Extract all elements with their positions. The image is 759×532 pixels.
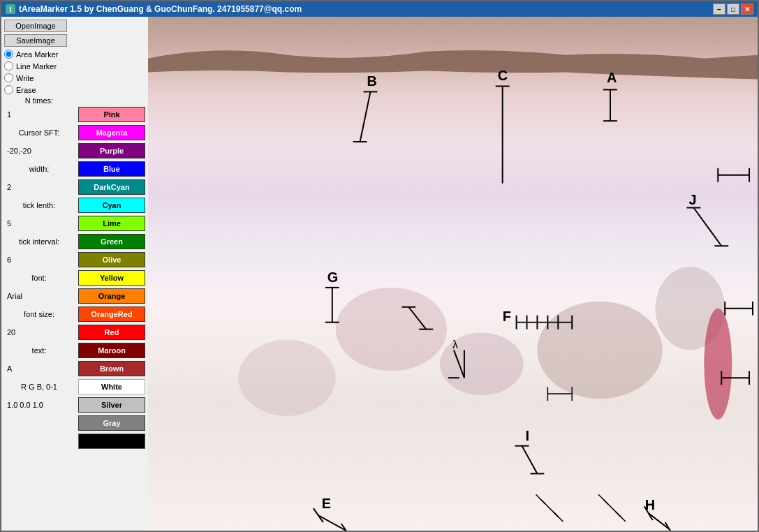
write-radio[interactable]: [4, 73, 13, 82]
lime-color-button[interactable]: Lime: [78, 216, 145, 231]
svg-line-39: [649, 513, 670, 529]
cursor-sft-value: -20,-20: [4, 147, 74, 155]
svg-rect-0: [148, 17, 758, 531]
svg-text:λ: λ: [452, 339, 458, 350]
svg-line-12: [360, 91, 371, 142]
svg-line-75: [616, 512, 626, 522]
orange-color-button[interactable]: Orange: [78, 288, 145, 304]
font-size-value: 20: [4, 328, 74, 337]
red-color-button[interactable]: Red: [78, 325, 145, 340]
maroon-color-button[interactable]: Maroon: [78, 343, 145, 358]
brown-color-button[interactable]: Brown: [78, 361, 145, 376]
cyan-color-button[interactable]: Cyan: [78, 198, 145, 213]
area-marker-label: Area Marker: [16, 50, 59, 59]
main-window: t tAreaMarker 1.5 by ChenGuang & GuoChun…: [0, 0, 759, 532]
titlebar-title-group: t tAreaMarker 1.5 by ChenGuang & GuoChun…: [6, 4, 302, 14]
svg-line-43: [522, 446, 538, 474]
close-button[interactable]: ✕: [741, 3, 753, 15]
marker-canvas: A B C D: [148, 17, 758, 531]
yellow-color-button[interactable]: Yellow: [78, 270, 145, 286]
svg-text:C: C: [498, 68, 508, 84]
save-image-row: SaveImage: [4, 34, 145, 47]
green-color-button[interactable]: Green: [78, 234, 145, 249]
maximize-button[interactable]: □: [727, 3, 739, 15]
window-title: tAreaMarker 1.5 by ChenGuang & GuoChunFa…: [19, 4, 302, 14]
save-image-button[interactable]: SaveImage: [4, 34, 67, 47]
svg-text:F: F: [503, 309, 511, 324]
titlebar-controls: − □ ✕: [713, 3, 753, 15]
silver-color-button[interactable]: Silver: [78, 397, 145, 413]
darkcyan-color-button[interactable]: DarkCyan: [78, 179, 145, 195]
orangered-color-button[interactable]: OrangeRed: [78, 306, 145, 322]
tick-interval-value: 6: [4, 256, 74, 264]
svg-point-7: [704, 309, 732, 420]
width-value: 2: [4, 183, 74, 191]
n-times-label: N times:: [4, 96, 74, 105]
titlebar: t tAreaMarker 1.5 by ChenGuang & GuoChun…: [1, 1, 758, 17]
line-marker-label: Line Marker: [16, 62, 57, 71]
svg-text:G: G: [327, 269, 338, 285]
app-icon: t: [6, 4, 15, 14]
area-marker-row: Area Marker: [4, 49, 145, 59]
magenta-color-button[interactable]: Magenta: [78, 125, 145, 140]
rgb-value: 1.0 0.0 1.0: [4, 401, 74, 409]
svg-text:E: E: [322, 496, 331, 511]
svg-text:A: A: [607, 70, 617, 85]
svg-text:H: H: [645, 497, 655, 512]
olive-color-button[interactable]: Olive: [78, 252, 145, 267]
sidebar: OpenImageSaveImageArea MarkerLine Marker…: [1, 17, 148, 531]
svg-point-4: [238, 339, 335, 415]
tick-length-value: 5: [4, 219, 74, 228]
black-color-button[interactable]: [78, 434, 145, 449]
purple-color-button[interactable]: Purple: [78, 143, 145, 158]
open-image-button[interactable]: OpenImage: [4, 20, 67, 32]
cursor-sft-label: Cursor SFT:: [4, 128, 74, 137]
blue-color-button[interactable]: Blue: [78, 161, 145, 177]
main-content: OpenImageSaveImageArea MarkerLine Marker…: [1, 17, 758, 531]
svg-line-71: [536, 494, 545, 504]
svg-line-47: [693, 208, 721, 246]
erase-label: Erase: [16, 86, 36, 94]
pink-row: 1 Pink: [4, 107, 145, 122]
white-color-button[interactable]: White: [78, 379, 145, 394]
svg-point-5: [537, 302, 662, 399]
svg-line-74: [598, 494, 608, 504]
gray-color-button[interactable]: Gray: [78, 415, 145, 431]
area-marker-radio[interactable]: [4, 50, 13, 59]
svg-text:B: B: [367, 73, 377, 89]
minimize-button[interactable]: −: [713, 3, 725, 15]
line-marker-radio[interactable]: [4, 61, 13, 71]
erase-row: Erase: [4, 84, 145, 95]
svg-line-72: [553, 512, 563, 522]
erase-radio[interactable]: [4, 85, 13, 94]
n-times-value: 1: [4, 110, 74, 119]
write-label: Write: [16, 74, 34, 82]
write-row: Write: [4, 73, 145, 83]
open-image-row: OpenImage: [4, 20, 145, 32]
svg-line-23: [318, 515, 346, 531]
svg-rect-1: [148, 17, 758, 531]
text-value: A: [4, 364, 74, 373]
svg-line-25: [341, 524, 351, 531]
line-marker-row: Line Marker: [4, 61, 145, 71]
font-value: Arial: [4, 292, 74, 300]
pink-color-button[interactable]: Pink: [78, 107, 145, 122]
svg-text:I: I: [526, 428, 530, 443]
image-area[interactable]: A B C D: [148, 17, 758, 531]
svg-text:J: J: [688, 192, 696, 207]
